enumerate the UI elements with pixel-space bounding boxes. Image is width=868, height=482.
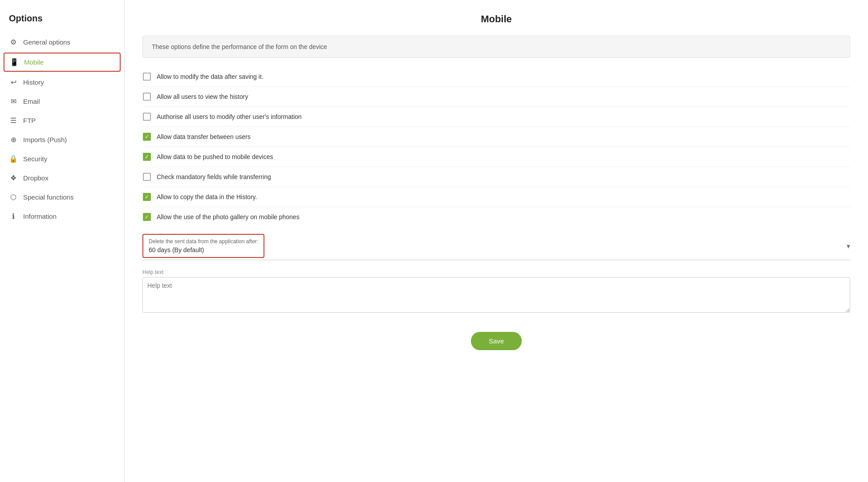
sidebar-item-mobile[interactable]: 📱Mobile	[4, 53, 121, 72]
checkbox-authorise-modify-others[interactable]	[142, 112, 151, 121]
option-label-push-to-mobile: Allow data to be pushed to mobile device…	[157, 153, 273, 160]
delete-dropdown-box[interactable]: Delete the sent data from the applicatio…	[142, 234, 264, 258]
sidebar-item-label-dropbox: Dropbox	[23, 174, 49, 182]
page-title: Mobile	[142, 13, 850, 25]
sidebar-item-imports-push[interactable]: ⊕Imports (Push)	[0, 130, 124, 149]
save-btn-row: Save	[142, 332, 850, 350]
info-banner: These options define the performance of …	[142, 36, 850, 58]
delete-dropdown-section: Delete the sent data from the applicatio…	[142, 234, 850, 260]
delete-dropdown-label: Delete the sent data from the applicatio…	[149, 238, 258, 245]
option-row-check-mandatory-fields: Check mandatory fields while transferrin…	[142, 167, 850, 187]
app-title: Options	[0, 9, 124, 33]
sidebar: Options ⚙General options📱Mobile↩History✉…	[0, 0, 125, 482]
mobile-icon: 📱	[10, 58, 19, 66]
security-icon: 🔒	[9, 155, 18, 163]
imports-push-icon: ⊕	[9, 135, 18, 144]
sidebar-item-information[interactable]: ℹInformation	[0, 207, 124, 226]
checkbox-copy-data-history[interactable]: ✓	[142, 192, 151, 201]
options-list: Allow to modify the data after saving it…	[142, 67, 850, 227]
checkbox-unchecked-box	[143, 173, 151, 181]
sidebar-item-label-special-functions: Special functions	[23, 193, 73, 201]
sidebar-item-label-information: Information	[23, 212, 57, 220]
option-label-photo-gallery: Allow the use of the photo gallery on mo…	[157, 213, 300, 221]
option-label-all-users-view-history: Allow all users to view the history	[157, 93, 248, 100]
option-row-all-users-view-history: Allow all users to view the history	[142, 87, 850, 107]
information-icon: ℹ	[9, 212, 18, 221]
option-label-authorise-modify-others: Authorise all users to modify other user…	[157, 113, 302, 120]
option-label-check-mandatory-fields: Check mandatory fields while transferrin…	[157, 173, 271, 180]
option-row-data-transfer-between-users: ✓Allow data transfer between users	[142, 127, 850, 147]
checkbox-unchecked-box	[143, 93, 151, 101]
delete-dropdown-value: 60 days (By default)	[149, 246, 258, 253]
sidebar-item-general-options[interactable]: ⚙General options	[0, 33, 124, 52]
sidebar-item-security[interactable]: 🔒Security	[0, 149, 124, 168]
email-icon: ✉	[9, 97, 18, 106]
sidebar-item-label-email: Email	[23, 98, 40, 105]
ftp-icon: ☰	[9, 116, 18, 125]
sidebar-item-label-security: Security	[23, 155, 47, 163]
checkbox-check-mandatory-fields[interactable]	[142, 172, 151, 181]
save-button[interactable]: Save	[471, 332, 522, 350]
checkbox-data-transfer-between-users[interactable]: ✓	[142, 132, 151, 141]
option-row-copy-data-history: ✓Allow to copy the data in the History.	[142, 187, 850, 207]
checkbox-all-users-view-history[interactable]	[142, 92, 151, 101]
help-text-label: Help text	[142, 269, 850, 275]
sidebar-item-label-ftp: FTP	[23, 117, 36, 124]
checkbox-checked-icon: ✓	[143, 153, 151, 161]
option-label-modify-after-save: Allow to modify the data after saving it…	[157, 73, 264, 80]
checkbox-checked-icon: ✓	[143, 193, 151, 201]
checkbox-unchecked-box	[143, 113, 151, 121]
sidebar-item-ftp[interactable]: ☰FTP	[0, 111, 124, 130]
history-icon: ↩	[9, 78, 18, 86]
help-text-section: Help text	[142, 269, 850, 314]
option-label-data-transfer-between-users: Allow data transfer between users	[157, 133, 251, 140]
sidebar-item-label-mobile: Mobile	[24, 58, 44, 66]
sidebar-item-email[interactable]: ✉Email	[0, 92, 124, 111]
checkbox-unchecked-box	[143, 73, 151, 81]
option-row-photo-gallery: ✓Allow the use of the photo gallery on m…	[142, 207, 850, 227]
sidebar-item-dropbox[interactable]: ❖Dropbox	[0, 168, 124, 188]
sidebar-item-history[interactable]: ↩History	[0, 73, 124, 92]
option-row-authorise-modify-others: Authorise all users to modify other user…	[142, 107, 850, 127]
checkbox-checked-icon: ✓	[143, 213, 151, 221]
sidebar-item-label-history: History	[23, 78, 44, 86]
sidebar-item-label-imports-push: Imports (Push)	[23, 136, 67, 143]
general-options-icon: ⚙	[9, 38, 18, 46]
option-label-copy-data-history: Allow to copy the data in the History.	[157, 193, 257, 200]
sidebar-item-special-functions[interactable]: ⬡Special functions	[0, 188, 124, 207]
help-text-input[interactable]	[142, 277, 850, 313]
option-row-modify-after-save: Allow to modify the data after saving it…	[142, 67, 850, 87]
dropdown-arrow-icon[interactable]: ▾	[847, 242, 850, 250]
option-row-push-to-mobile: ✓Allow data to be pushed to mobile devic…	[142, 147, 850, 167]
checkbox-modify-after-save[interactable]	[142, 72, 151, 81]
main-content: Mobile These options define the performa…	[125, 0, 868, 482]
dropbox-icon: ❖	[9, 174, 18, 182]
checkbox-push-to-mobile[interactable]: ✓	[142, 152, 151, 161]
special-functions-icon: ⬡	[9, 193, 18, 201]
sidebar-item-label-general-options: General options	[23, 38, 70, 46]
checkbox-checked-icon: ✓	[143, 133, 151, 141]
checkbox-photo-gallery[interactable]: ✓	[142, 212, 151, 221]
